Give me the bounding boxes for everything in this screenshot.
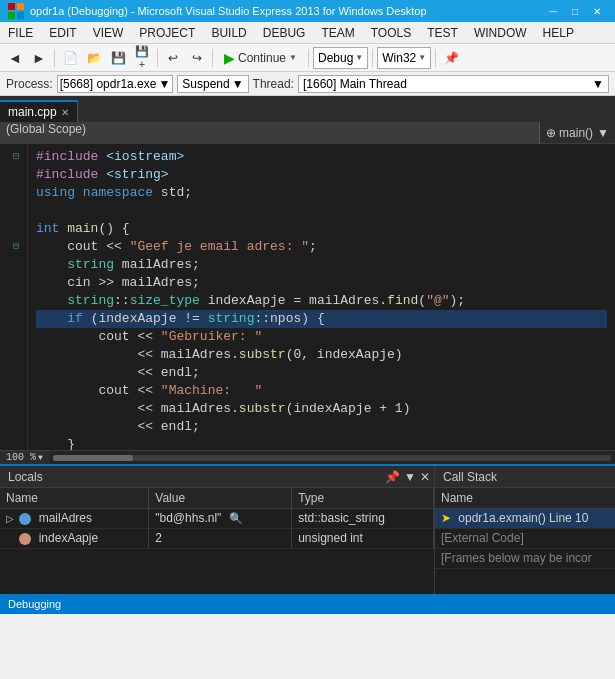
menu-project[interactable]: PROJECT: [131, 22, 203, 43]
hscrollbar-track[interactable]: [53, 455, 611, 461]
menu-help[interactable]: HELP: [535, 22, 582, 43]
hscrollbar-thumb[interactable]: [53, 455, 133, 461]
menu-debug[interactable]: DEBUG: [255, 22, 314, 43]
locals-panel-icons: 📌 ▼ ✕: [381, 470, 434, 484]
scope-bar: (Global Scope) ⊕ main() ▼: [0, 122, 615, 144]
save-all-button[interactable]: 💾+: [131, 47, 153, 69]
pin-icon[interactable]: 📌: [385, 470, 400, 484]
scope-right-value: ⊕ main(): [546, 126, 593, 140]
menu-bar: FILE EDIT VIEW PROJECT BUILD DEBUG TEAM …: [0, 22, 615, 44]
callstack-cell-0: ➤ opdr1a.exmain() Line 10: [435, 508, 615, 528]
process-dropdown[interactable]: [5668] opdr1a.exe ▼: [57, 75, 174, 93]
code-line-16: << endl;: [36, 418, 607, 436]
tab-bar: main.cpp ✕: [0, 96, 615, 122]
code-line-6: cout << "Geef je email adres: ";: [36, 238, 607, 256]
menu-build[interactable]: BUILD: [203, 22, 254, 43]
scope-left-dropdown[interactable]: (Global Scope): [0, 122, 540, 144]
thread-value: [1660] Main Thread: [303, 77, 407, 91]
close-panel-icon[interactable]: ✕: [420, 470, 430, 484]
callstack-row-0[interactable]: ➤ opdr1a.exmain() Line 10: [435, 508, 615, 528]
play-icon: ▶: [224, 50, 235, 66]
code-line-1: #include <iostream>: [36, 148, 607, 166]
toolbar-sep-6: [435, 49, 436, 67]
var-icon-1: [19, 533, 31, 545]
locals-title-bar: Locals 📌 ▼ ✕: [0, 466, 434, 488]
code-line-14: cout << "Machine: ": [36, 382, 607, 400]
thread-dropdown[interactable]: [1660] Main Thread ▼: [298, 75, 609, 93]
callstack-cell-2: [Frames below may be incor: [435, 548, 615, 568]
magnify-icon-0[interactable]: 🔍: [229, 512, 243, 524]
locals-cell-value-1: 2: [149, 528, 292, 548]
code-line-12: << mailAdres.substr(0, indexAapje): [36, 346, 607, 364]
suspend-button[interactable]: Suspend ▼: [177, 75, 248, 93]
locals-cell-name-0: ▷ mailAdres: [0, 508, 149, 528]
code-line-15: << mailAdres.substr(indexAapje + 1): [36, 400, 607, 418]
bottom-panels: Locals 📌 ▼ ✕ Name Value Type: [0, 464, 615, 594]
zoom-dropdown-arrow: ▼: [38, 453, 43, 462]
platform-dropdown[interactable]: Win32 ▼: [377, 47, 431, 69]
locals-col-value: Value: [149, 488, 292, 508]
minimize-button[interactable]: ─: [543, 3, 563, 19]
zoom-control[interactable]: 100 % ▼: [0, 451, 49, 465]
thread-label: Thread:: [253, 77, 294, 91]
toolbar-sep-1: [54, 49, 55, 67]
code-line-11: cout << "Gebruiker: ": [36, 328, 607, 346]
suspend-label: Suspend: [182, 77, 229, 91]
close-button[interactable]: ✕: [587, 3, 607, 19]
toolbar-sep-5: [372, 49, 373, 67]
code-content[interactable]: #include <iostream> #include <string> us…: [28, 144, 615, 450]
toolbar: ◄ ► 📄 📂 💾 💾+ ↩ ↪ ▶ Continue ▼ Debug ▼ Wi…: [0, 44, 615, 72]
locals-row-1: ▷ indexAapje 2 unsigned int: [0, 528, 434, 548]
tab-main-cpp[interactable]: main.cpp ✕: [0, 100, 78, 122]
menu-file[interactable]: FILE: [0, 22, 41, 43]
scope-right-dropdown[interactable]: ⊕ main() ▼: [540, 126, 615, 140]
menu-tools[interactable]: TOOLS: [363, 22, 419, 43]
locals-cell-type-1: unsigned int: [292, 528, 434, 548]
debug-config-arrow: ▼: [355, 53, 363, 62]
window-title: opdr1a (Debugging) - Microsoft Visual St…: [30, 5, 537, 17]
locals-panel-title: Locals: [0, 470, 381, 484]
code-line-17: }: [36, 436, 607, 450]
code-editor[interactable]: ⊟ ⊟: [0, 144, 615, 464]
callstack-row-2[interactable]: [Frames below may be incor: [435, 548, 615, 568]
locals-row-0: ▷ mailAdres "bd@hhs.nl" 🔍 std::basic_str…: [0, 508, 434, 528]
save-button[interactable]: 💾: [107, 47, 129, 69]
dropdown-icon[interactable]: ▼: [404, 470, 416, 484]
tab-close-icon[interactable]: ✕: [61, 107, 69, 118]
redo-button[interactable]: ↪: [186, 47, 208, 69]
code-line-3: using namespace std;: [36, 184, 607, 202]
callstack-row-1[interactable]: [External Code]: [435, 528, 615, 548]
debug-config-dropdown[interactable]: Debug ▼: [313, 47, 368, 69]
code-line-7: string mailAdres;: [36, 256, 607, 274]
open-button[interactable]: 📂: [83, 47, 105, 69]
menu-team[interactable]: TEAM: [313, 22, 362, 43]
maximize-button[interactable]: □: [565, 3, 585, 19]
pin-button[interactable]: 📌: [440, 47, 462, 69]
expand-icon-0[interactable]: ▷: [6, 513, 14, 524]
editor-hscrollbar[interactable]: 100 % ▼: [0, 450, 615, 464]
locals-panel: Locals 📌 ▼ ✕ Name Value Type: [0, 466, 435, 594]
window-controls[interactable]: ─ □ ✕: [543, 3, 607, 19]
menu-test[interactable]: TEST: [419, 22, 466, 43]
code-line-4: [36, 202, 607, 220]
menu-window[interactable]: WINDOW: [466, 22, 535, 43]
callstack-panel-title: Call Stack: [435, 470, 615, 484]
process-dropdown-arrow: ▼: [158, 77, 170, 91]
zoom-value: 100 %: [6, 452, 36, 463]
locals-table: Name Value Type ▷ mailAdres "bd@hhs.nl": [0, 488, 434, 594]
process-bar: Process: [5668] opdr1a.exe ▼ Suspend ▼ T…: [0, 72, 615, 96]
platform-arrow: ▼: [418, 53, 426, 62]
locals-cell-name-1: ▷ indexAapje: [0, 528, 149, 548]
locals-col-name: Name: [0, 488, 149, 508]
back-button[interactable]: ◄: [4, 47, 26, 69]
undo-button[interactable]: ↩: [162, 47, 184, 69]
menu-view[interactable]: VIEW: [85, 22, 132, 43]
new-button[interactable]: 📄: [59, 47, 81, 69]
continue-label: Continue: [238, 51, 286, 65]
forward-button[interactable]: ►: [28, 47, 50, 69]
var-icon-0: [19, 513, 31, 525]
title-bar: opdr1a (Debugging) - Microsoft Visual St…: [0, 0, 615, 22]
menu-edit[interactable]: EDIT: [41, 22, 84, 43]
status-debug: Debugging: [8, 598, 61, 610]
continue-button[interactable]: ▶ Continue ▼: [217, 47, 304, 69]
